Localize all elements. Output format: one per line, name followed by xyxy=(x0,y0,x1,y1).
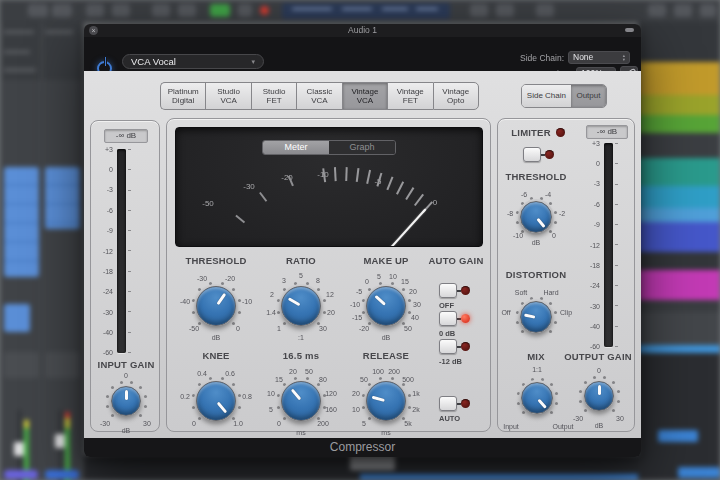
knob-tick-label: -20 xyxy=(225,275,235,282)
vu-scale-label: -50 xyxy=(202,199,214,208)
limiter-led xyxy=(556,128,565,137)
knob-tick-label: 20 xyxy=(327,309,335,316)
track-row xyxy=(638,133,720,158)
tab-output[interactable]: Output xyxy=(571,85,606,107)
knob-tick-label: 500 xyxy=(402,376,414,383)
tab-graph[interactable]: Graph xyxy=(329,141,395,154)
knob-tick-label: 0.8 xyxy=(242,393,252,400)
make-up-knob[interactable] xyxy=(366,286,406,326)
track-row xyxy=(638,62,720,95)
vu-scale-label: 0 xyxy=(433,198,437,207)
knob-pointer xyxy=(287,297,300,306)
auto-release-row xyxy=(439,396,470,411)
window-mode-button[interactable] xyxy=(625,28,634,32)
model-vintage-vca[interactable]: VintageVCA xyxy=(342,82,387,110)
knob-tick-label: 0.2 xyxy=(180,393,190,400)
tab-meter[interactable]: Meter xyxy=(263,141,329,154)
output-gain-knob[interactable] xyxy=(584,381,614,411)
close-icon[interactable]: × xyxy=(89,26,98,35)
knob-tick-label: 5 xyxy=(362,420,366,427)
auto-gain-minus12-button[interactable] xyxy=(439,339,457,354)
model-studio-fet[interactable]: StudioFET xyxy=(251,82,296,110)
mix-knob[interactable] xyxy=(521,382,553,414)
auto-gain-minus12-row xyxy=(439,339,470,354)
knob-tick-label: 20 xyxy=(289,368,297,375)
attack-knob[interactable] xyxy=(281,381,321,421)
meter-scale-label: -18 xyxy=(95,268,113,275)
track-row xyxy=(638,222,720,252)
knob-tick-label: 5 xyxy=(269,406,273,413)
display-mode-toggle: Meter Graph xyxy=(262,140,396,155)
vu-tick xyxy=(396,181,404,194)
knob-tick-label: 3 xyxy=(282,277,286,284)
meter-scale-label: -9 xyxy=(95,227,113,234)
ratio-knob[interactable] xyxy=(281,286,321,326)
auto-gain-off-button[interactable] xyxy=(439,283,457,298)
input-gain-knob[interactable] xyxy=(111,386,141,416)
model-studio-vca[interactable]: StudioVCA xyxy=(205,82,250,110)
model-vintage-fet[interactable]: VintageFET xyxy=(387,82,432,110)
release-knob-group: 5 10 20 50 100 200 500 1k 2k 5k ms xyxy=(340,355,432,447)
knob-unit-label: ms xyxy=(296,429,305,436)
track-row xyxy=(638,345,720,353)
play-button xyxy=(210,4,230,17)
model-platinum-digital[interactable]: PlatinumDigital xyxy=(160,82,205,110)
knee-knob-group: 0 0.2 0.4 0.6 0.8 1.0 xyxy=(170,355,262,447)
limiter-header: LIMITER xyxy=(498,127,578,138)
meter-display: Meter Graph -50 -30 -20 -10 -5 0 xyxy=(175,127,483,247)
meter-scale-label: -6 xyxy=(95,207,113,214)
main-panel: Meter Graph -50 -30 -20 -10 -5 0 xyxy=(166,118,491,432)
knob-tick-label: 30 xyxy=(143,420,151,427)
toolbar-button xyxy=(86,4,104,17)
toolbar-button xyxy=(52,4,72,17)
meter-scale-label: +3 xyxy=(95,146,113,153)
channel-strip xyxy=(2,22,41,480)
vu-tick xyxy=(356,168,359,182)
knob-tick-label: 12 xyxy=(326,291,334,298)
meter-scale-label: -24 xyxy=(95,288,113,295)
auto-release-led xyxy=(461,399,470,408)
model-vintage-opto[interactable]: VintageOpto xyxy=(433,82,479,110)
tab-side-chain[interactable]: Side Chain xyxy=(522,85,571,107)
knob-tick-label: 2k xyxy=(412,406,419,413)
toolbar-button xyxy=(112,4,130,17)
knob-tick-label: 1k xyxy=(412,390,419,397)
output-gain-title: OUTPUT GAIN xyxy=(560,351,636,362)
knob-tick-label: 50 xyxy=(305,368,313,375)
window-title: Audio 1 xyxy=(84,24,641,37)
release-knob[interactable] xyxy=(366,381,406,421)
track-row xyxy=(638,158,720,186)
output-tabs: Side Chain Output xyxy=(521,84,607,108)
knob-tick-label: -30 xyxy=(197,275,207,282)
knob-tick-label: 20 xyxy=(409,288,417,295)
knob-pointer xyxy=(371,396,384,402)
knob-tick-label: 50 xyxy=(404,325,412,332)
plugin-name-bar: Compressor xyxy=(84,438,641,457)
threshold-knob[interactable] xyxy=(196,286,236,326)
side-chain-select[interactable]: None ▴▾ xyxy=(568,51,630,64)
knob-tick-label: 0 xyxy=(552,232,556,239)
knob-tick-label: 80 xyxy=(319,376,327,383)
knob-tick-label: 0 xyxy=(192,420,196,427)
meter-scale-label: -40 xyxy=(582,323,600,330)
vu-tick xyxy=(366,170,370,184)
auto-gain-0db-button[interactable] xyxy=(439,311,457,326)
limiter-threshold-knob[interactable] xyxy=(520,201,552,233)
toolbar-button xyxy=(648,4,666,17)
lcd-display xyxy=(282,3,450,19)
model-classic-vca[interactable]: ClassicVCA xyxy=(296,82,341,110)
background-track-list xyxy=(638,22,720,480)
stepper-arrows-icon: ▴▾ xyxy=(623,52,625,63)
window-titlebar[interactable]: Audio 1 × xyxy=(84,24,641,37)
auto-gain-off-led xyxy=(461,286,470,295)
input-level-meter xyxy=(117,149,126,353)
knob-tick-label: 200 xyxy=(388,368,400,375)
preset-name: VCA Vocal xyxy=(131,55,176,68)
limiter-enable-button[interactable] xyxy=(523,147,541,162)
preset-dropdown[interactable]: VCA Vocal ▾ xyxy=(122,54,264,69)
knee-knob[interactable] xyxy=(196,381,236,421)
auto-release-button[interactable] xyxy=(439,396,457,411)
knob-tick-label: 5k xyxy=(404,420,411,427)
meter-ticks xyxy=(128,149,131,353)
distortion-knob[interactable] xyxy=(520,301,552,333)
